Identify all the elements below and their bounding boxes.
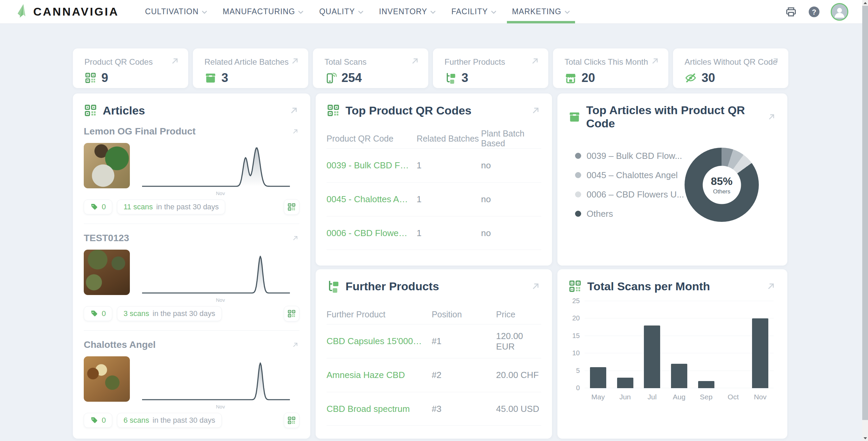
- svg-text:?: ?: [812, 8, 816, 16]
- scrollbar-up-arrow[interactable]: [862, 0, 868, 6]
- nav-item-inventory[interactable]: INVENTORY: [371, 0, 443, 23]
- y-axis-tick-label: 25: [572, 297, 580, 305]
- external-link-icon[interactable]: [289, 105, 299, 116]
- nav-item-facility[interactable]: FACILITY: [443, 0, 504, 23]
- table-cell-link[interactable]: 0045 - Chalottes Angel: [327, 194, 417, 205]
- article-sparkline-chart: Nov: [142, 143, 290, 194]
- nav-item-label: CULTIVATION: [145, 7, 199, 16]
- stat-label: Total Scans: [324, 57, 418, 67]
- table-row: Amnesia Haze CBD #2 20.00 CHF: [327, 358, 541, 392]
- stat-card: Total Clicks This Month 20: [553, 48, 668, 88]
- table-cell-link[interactable]: Amnesia Haze CBD: [327, 370, 432, 380]
- external-link-icon[interactable]: [291, 127, 299, 135]
- table-column-header: Further Product: [327, 310, 432, 319]
- top-product-qr-codes-panel: Top Product QR Codes Product QR CodeRela…: [316, 93, 552, 266]
- panel-title-top-qr-codes: Top Product QR Codes: [346, 104, 471, 117]
- article-sparkline-chart: Nov: [142, 250, 290, 301]
- table-cell: #1: [432, 336, 496, 346]
- external-link-icon[interactable]: [290, 56, 300, 66]
- scans-badge: 11 scans in the past 30 days: [117, 200, 225, 214]
- table-row: 0045 - Chalottes Angel 1 no: [327, 182, 541, 216]
- stat-value: 9: [101, 71, 108, 85]
- donut-legend: 0039 – Bulk CBD Flow... 0045 – Chalottes…: [575, 151, 685, 219]
- brand-logo[interactable]: CANNAVIGIA: [16, 3, 119, 20]
- legend-item: 0039 – Bulk CBD Flow...: [575, 151, 685, 161]
- external-link-icon[interactable]: [650, 56, 660, 66]
- table-cell-link[interactable]: CBD Capsules 15'000mg: [327, 336, 432, 346]
- user-avatar[interactable]: [831, 3, 848, 21]
- qr-code-button[interactable]: [284, 306, 299, 321]
- scrollbar-down-arrow[interactable]: [862, 435, 868, 441]
- hierarchy-icon: [445, 72, 457, 84]
- scan-count: 11 scans: [123, 203, 153, 211]
- x-axis-tick-label: Jun: [612, 393, 639, 401]
- x-axis-tick-label: Sep: [693, 393, 720, 401]
- tag-icon: [90, 416, 98, 424]
- scans-badge: 6 scans in the past 30 days: [117, 413, 222, 428]
- table-cell-link[interactable]: CBD Broad spectrum: [327, 404, 432, 414]
- nav-item-marketing[interactable]: MARKETING: [504, 0, 578, 23]
- external-link-icon[interactable]: [766, 281, 776, 292]
- article-image: [84, 143, 130, 188]
- donut-center-value: 85%: [711, 175, 732, 187]
- leaf-logo-icon: [16, 3, 30, 20]
- bar: [698, 381, 714, 388]
- panel-title-further-products: Further Products: [346, 280, 439, 293]
- panel-title-scans-per-month: Total Scans per Month: [587, 280, 710, 293]
- legend-label: 0006 – CBD Flowers U...: [587, 189, 684, 200]
- scans-per-month-panel: Total Scans per Month 0 5 10 15 20 25 Ma…: [557, 269, 787, 439]
- stat-value: 3: [461, 71, 468, 85]
- stat-value: 30: [702, 71, 715, 85]
- external-link-icon[interactable]: [291, 341, 299, 349]
- package-icon: [204, 72, 217, 84]
- panels-grid: Articles Lemon OG Final Product Nov 0: [73, 93, 788, 439]
- qr-code-button[interactable]: [284, 413, 299, 428]
- vertical-scrollbar[interactable]: [862, 0, 868, 441]
- external-link-icon[interactable]: [410, 56, 420, 66]
- tag-icon: [90, 203, 98, 211]
- article-item: Chalottes Angel Nov 0 6 scans in the pas…: [84, 330, 299, 437]
- table-row: CBD Capsules 15'000mg #1 120.00 EUR: [327, 324, 541, 358]
- external-link-icon[interactable]: [291, 234, 299, 242]
- print-icon[interactable]: [785, 5, 797, 18]
- stat-card: Total Scans 254: [313, 48, 428, 88]
- legend-label: Others: [587, 209, 613, 219]
- nav-item-quality[interactable]: QUALITY: [311, 0, 371, 23]
- y-axis-tick-label: 5: [576, 366, 580, 374]
- table-cell: no: [481, 228, 541, 238]
- table-cell-link[interactable]: 0039 - Bulk CBD Flowers: [327, 160, 417, 171]
- help-icon[interactable]: ?: [808, 5, 821, 18]
- nav-item-manufacturing[interactable]: MANUFACTURING: [215, 0, 312, 23]
- table-cell: 1: [417, 194, 481, 205]
- external-link-icon[interactable]: [767, 111, 776, 122]
- tag-count-badge: 0: [84, 306, 112, 321]
- stat-value: 254: [341, 71, 362, 85]
- dashboard-content: Product QR Codes 9 Related Article Batch…: [0, 24, 868, 439]
- x-axis-tick-label: May: [585, 393, 612, 401]
- bar: [752, 318, 768, 388]
- table-cell-link[interactable]: 0006 - CBD Flowers Unic...: [327, 228, 417, 238]
- top-navigation-bar: CANNAVIGIA CULTIVATION MANUFACTURING QUA…: [0, 0, 868, 24]
- table-column-header: Related Batches: [417, 134, 481, 144]
- scan-sparkline: [142, 356, 290, 402]
- stats-row: Product QR Codes 9 Related Article Batch…: [73, 48, 788, 88]
- article-item: Lemon OG Final Product Nov 0 11 scans in…: [84, 117, 299, 224]
- tag-count: 0: [102, 416, 106, 425]
- external-link-icon[interactable]: [530, 105, 541, 116]
- external-link-icon[interactable]: [170, 56, 180, 66]
- qr-codes-table: Product QR CodeRelated BatchesPlant Batc…: [327, 129, 541, 250]
- table-cell: 120.00 EUR: [496, 331, 541, 352]
- tag-count: 0: [102, 203, 106, 211]
- external-link-icon[interactable]: [530, 56, 540, 66]
- tag-count-badge: 0: [84, 200, 112, 214]
- qr-code-button[interactable]: [284, 199, 299, 215]
- eye-off-icon: [685, 72, 697, 84]
- nav-item-cultivation[interactable]: CULTIVATION: [137, 0, 215, 23]
- external-link-icon[interactable]: [770, 56, 780, 66]
- legend-item: 0006 – CBD Flowers U...: [575, 189, 685, 200]
- table-row: 0039 - Bulk CBD Flowers 1 no: [327, 148, 541, 182]
- scrollbar-thumb[interactable]: [862, 6, 868, 420]
- external-link-icon[interactable]: [530, 281, 541, 292]
- y-axis-tick-label: 15: [572, 332, 580, 339]
- table-column-header: Plant Batch Based: [481, 129, 541, 148]
